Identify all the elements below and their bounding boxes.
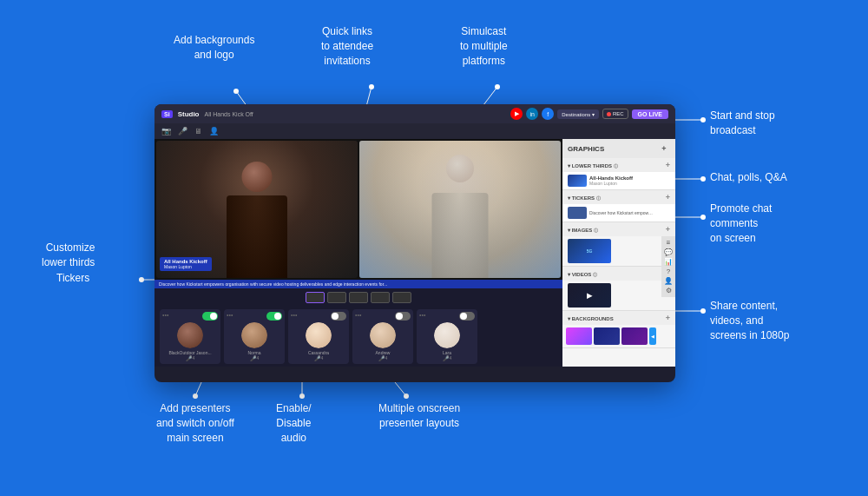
presenter-avatar-2 <box>241 322 267 348</box>
event-name: All Hands Kick Off <box>205 111 506 117</box>
audio-icon-4: 🎤 <box>378 355 385 361</box>
bg-thumb-2[interactable] <box>594 327 620 345</box>
videos-header[interactable]: ▾ VIDEOS ⓘ + <box>562 267 675 281</box>
panel-icon-3[interactable]: 📊 <box>663 258 674 266</box>
rec-dot <box>607 112 611 116</box>
svg-point-17 <box>139 277 144 282</box>
lower-thirds-add[interactable]: + <box>666 161 670 169</box>
graphics-add-button[interactable]: + <box>658 142 670 155</box>
svg-point-7 <box>700 117 706 122</box>
lower-third-title: Mason Lupton <box>164 264 207 269</box>
audio-icon-3: 🎤 <box>314 355 320 361</box>
annotation-multiple-layouts: Multiple onscreen presenter layouts <box>378 401 460 431</box>
title-bar-controls: ▶ in f Destinations ▾ REC GO LIVE <box>510 108 668 120</box>
backgrounds-add[interactable]: + <box>666 314 670 322</box>
destinations-button[interactable]: Destinations ▾ <box>557 109 599 119</box>
annotation-promote-chat: Promote chat comments on screen <box>710 202 772 245</box>
presenter-menu-1[interactable]: ••• <box>162 312 168 321</box>
mic-icon[interactable]: 🎤 <box>178 127 187 136</box>
scene-bar <box>155 288 562 306</box>
bg-thumb-1[interactable] <box>566 327 592 345</box>
annotation-tickers: Tickers <box>56 271 89 286</box>
images-add[interactable]: + <box>666 225 670 234</box>
panel-icon-1[interactable]: ≡ <box>663 239 674 247</box>
svg-point-21 <box>299 393 305 399</box>
facebook-icon: f <box>542 108 554 120</box>
svg-line-22 <box>395 382 406 396</box>
youtube-icon: ▶ <box>510 108 523 120</box>
presenter-menu-3[interactable]: ••• <box>291 312 297 321</box>
scene-thumb-4[interactable] <box>371 292 390 303</box>
videos-thumb-1[interactable]: ▶ <box>568 283 611 308</box>
rec-button[interactable]: REC <box>602 109 628 119</box>
videos-section: ▾ VIDEOS ⓘ + ▶ <box>562 267 675 311</box>
annotation-start-stop: Start and stop broadcast <box>710 109 775 138</box>
annotation-chat-polls: Chat, polls, Q&A <box>710 170 787 185</box>
presenter-card-2[interactable]: ••• Norma 🎤 4 <box>224 309 285 364</box>
toggle-3[interactable] <box>331 312 346 321</box>
scene-thumb-5[interactable] <box>392 292 411 303</box>
presenter-avatar-4 <box>370 322 396 348</box>
tickers-item-1[interactable]: Discover how Kickstart empowers organisa… <box>562 204 675 222</box>
tickers-header[interactable]: ▾ TICKERS ⓘ + <box>562 190 675 204</box>
images-thumb-1[interactable]: 5G <box>568 239 611 263</box>
annotation-enable-disable: Enable/ Disable audio <box>276 401 312 445</box>
lower-thirds-subtitle: Mason Lupton <box>589 181 670 186</box>
presenter-menu-5[interactable]: ••• <box>419 312 425 321</box>
annotation-add-presenters: Add presenters and switch on/off main sc… <box>156 401 234 445</box>
bg-thumb-4[interactable]: ◀ <box>649 327 656 345</box>
presenter-card-4[interactable]: ••• Andrew 🎤 4 <box>352 309 413 364</box>
bg-thumb-3[interactable] <box>621 327 648 345</box>
studio-window: Si Studio All Hands Kick Off ▶ in f Dest… <box>155 104 675 382</box>
lower-thirds-header[interactable]: ▾ LOWER THIRDS ⓘ + <box>562 158 675 172</box>
presenter-left: All Hands Kickoff Mason Lupton <box>156 141 358 278</box>
presenter-card-5[interactable]: ••• Lara 🎤 4 <box>417 309 477 364</box>
person-icon[interactable]: 👤 <box>209 127 219 136</box>
studio-toolbar: 📷 🎤 🖥 👤 <box>155 123 675 139</box>
annotation-simulcast: Simulcast to multiple platforms <box>460 24 508 68</box>
graphics-panel-header: GRAPHICS + <box>562 139 675 158</box>
presenter-card-1[interactable]: ••• BlackOutdoor Jason... 🎤 4 <box>160 309 220 364</box>
go-live-button[interactable]: GO LIVE <box>632 109 668 119</box>
toggle-5[interactable] <box>459 312 475 321</box>
panel-icon-6[interactable]: ⚙ <box>663 287 674 294</box>
svg-point-5 <box>495 84 500 89</box>
tickers-add[interactable]: + <box>666 193 670 202</box>
svg-point-9 <box>700 176 706 182</box>
presenter-avatar-3 <box>306 322 332 348</box>
svg-point-13 <box>700 308 706 314</box>
lower-thirds-section: ▾ LOWER THIRDS ⓘ + All-Hands Kickoff Mas… <box>562 158 675 190</box>
audio-icon-1: 🎤 <box>186 355 192 361</box>
svg-point-1 <box>233 89 239 94</box>
svg-point-11 <box>700 215 706 220</box>
toggle-4[interactable] <box>395 312 411 321</box>
tickers-thumb <box>568 207 587 219</box>
screen-icon[interactable]: 🖥 <box>194 127 202 136</box>
panel-icon-5[interactable]: 👤 <box>663 277 674 285</box>
scene-thumb-3[interactable] <box>349 292 368 303</box>
panel-icon-4[interactable]: ? <box>663 268 674 275</box>
toggle-2[interactable] <box>266 312 282 321</box>
tickers-text: Discover how Kickstart empowers organisa… <box>589 210 654 215</box>
toggle-1[interactable] <box>202 312 218 321</box>
annotation-add-backgrounds: Add backgrounds and logo <box>174 33 254 63</box>
tickers-section: ▾ TICKERS ⓘ + Discover how Kickstart emp… <box>562 190 675 222</box>
backgrounds-header[interactable]: ▾ BACKGROUNDS + <box>562 311 675 325</box>
camera-icon[interactable]: 📷 <box>161 127 171 136</box>
panel-icon-2[interactable]: 💬 <box>663 248 674 256</box>
presenter-menu-4[interactable]: ••• <box>355 312 361 321</box>
lower-thirds-item-1[interactable]: All-Hands Kickoff Mason Lupton <box>562 172 675 189</box>
svg-point-3 <box>369 84 374 89</box>
studio-content: All Hands Kickoff Mason Lupton Discover … <box>155 139 675 367</box>
scene-thumb-1[interactable] <box>306 292 325 303</box>
graphics-panel: GRAPHICS + ≡ 💬 📊 ? 👤 ⚙ ▾ LOWER THIRDS ⓘ … <box>562 139 675 367</box>
presenter-strip: ••• BlackOutdoor Jason... 🎤 4 ••• <box>155 306 562 367</box>
panel-icons: ≡ 💬 📊 ? 👤 ⚙ <box>661 236 675 297</box>
svg-point-19 <box>193 393 198 399</box>
presenter-card-3[interactable]: ••• Cassandra 🎤 4 <box>288 309 349 364</box>
presenter-menu-2[interactable]: ••• <box>227 312 233 321</box>
images-header[interactable]: ▾ IMAGES ⓘ + <box>562 222 675 236</box>
scene-thumb-2[interactable] <box>327 292 346 303</box>
presenter-right <box>359 141 561 278</box>
lower-thirds-thumb <box>568 175 587 187</box>
